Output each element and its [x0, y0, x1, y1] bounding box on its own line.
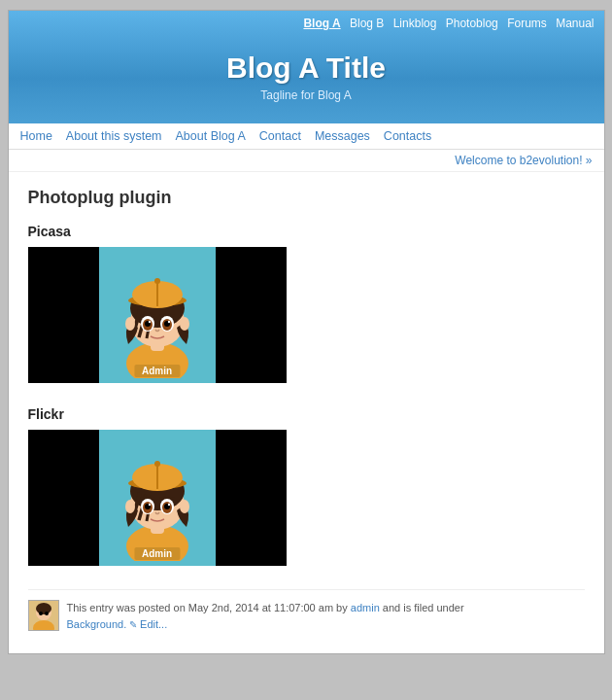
welcome-bar: Welcome to b2evolution! »	[9, 150, 604, 172]
flickr-anime-svg	[109, 435, 206, 561]
edit-icon: ✎	[129, 619, 140, 630]
flickr-photo-block: Admin	[28, 430, 287, 566]
meta-filed: and is filed under	[383, 602, 464, 613]
top-nav-linkblog[interactable]: Linkblog	[393, 17, 437, 30]
svg-point-32	[148, 504, 150, 506]
top-nav-photoblog[interactable]: Photoblog	[446, 17, 498, 30]
welcome-link[interactable]: Welcome to b2evolution! »	[455, 154, 592, 167]
post-title: Photoplug plugin	[28, 188, 585, 208]
top-nav-forums[interactable]: Forums	[507, 17, 547, 30]
main-navigation: Home About this system About Blog A Cont…	[9, 123, 604, 150]
svg-point-16	[125, 317, 135, 331]
top-nav-manual[interactable]: Manual	[556, 17, 594, 30]
picasa-photo-block: Admin	[28, 247, 287, 383]
picasa-title: Picasa	[28, 224, 585, 239]
svg-point-17	[180, 317, 189, 331]
meta-prefix: This entry was posted on May 2nd, 2014 a…	[67, 602, 348, 613]
blog-tagline: Tagline for Blog A	[18, 88, 595, 102]
picasa-section: Picasa	[28, 224, 585, 383]
nav-contacts[interactable]: Contacts	[384, 129, 431, 143]
flickr-section: Flickr	[28, 406, 585, 566]
svg-point-14	[148, 321, 150, 323]
picasa-image: Admin	[99, 247, 216, 383]
top-nav-blog-a[interactable]: Blog A	[303, 17, 340, 30]
svg-point-25	[154, 461, 160, 467]
picasa-anime-svg	[109, 252, 206, 378]
post-footer: This entry was posted on May 2nd, 2014 a…	[28, 589, 585, 638]
nav-contact[interactable]: Contact	[259, 129, 301, 143]
svg-point-41	[45, 612, 49, 615]
flickr-image: Admin	[99, 430, 216, 566]
nav-about-system[interactable]: About this system	[66, 129, 162, 143]
category-link[interactable]: Background.	[67, 618, 127, 630]
author-avatar	[28, 600, 59, 631]
svg-point-15	[167, 321, 169, 323]
svg-point-33	[167, 504, 169, 506]
nav-home[interactable]: Home	[20, 129, 52, 143]
svg-point-7	[154, 278, 160, 284]
svg-point-35	[180, 500, 189, 513]
svg-point-34	[125, 500, 135, 513]
site-header: Blog A Blog B Linkblog Photoblog Forums …	[9, 11, 604, 123]
flickr-title: Flickr	[28, 406, 585, 422]
nav-messages[interactable]: Messages	[315, 129, 370, 143]
blog-title-area: Blog A Title Tagline for Blog A	[9, 34, 604, 123]
page-wrapper: Blog A Blog B Linkblog Photoblog Forums …	[8, 10, 605, 654]
top-nav-blog-b[interactable]: Blog B	[350, 17, 384, 30]
svg-point-40	[39, 612, 43, 615]
top-navigation: Blog A Blog B Linkblog Photoblog Forums …	[9, 11, 604, 34]
post-meta: This entry was posted on May 2nd, 2014 a…	[67, 600, 464, 632]
svg-point-38	[36, 603, 51, 614]
blog-title: Blog A Title	[18, 52, 595, 85]
edit-link[interactable]: Edit...	[140, 618, 167, 630]
admin-label-flickr: Admin	[134, 547, 180, 560]
main-content: Photoplug plugin Picasa	[9, 172, 604, 653]
avatar-icon	[29, 601, 58, 630]
author-link[interactable]: admin	[351, 602, 380, 613]
nav-about-blog[interactable]: About Blog A	[176, 129, 246, 143]
admin-label-picasa: Admin	[134, 365, 180, 377]
